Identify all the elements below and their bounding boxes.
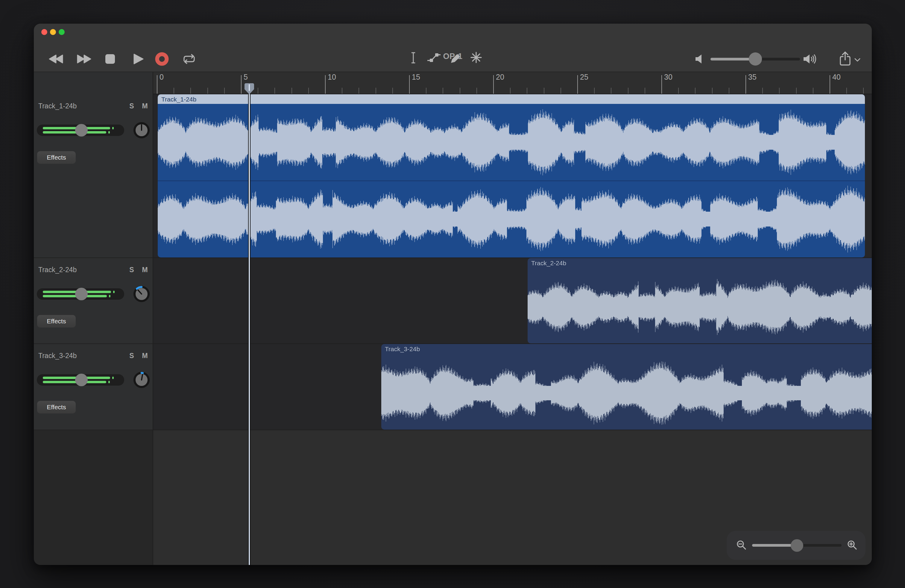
track-volume-slider[interactable]: [37, 124, 124, 136]
track-list-sidebar: Track_1-24b S M Effects Track_2-24b S M: [34, 72, 153, 565]
meter-peak-left: [112, 377, 114, 379]
master-volume-knob[interactable]: [749, 52, 762, 65]
zoom-slider-knob[interactable]: [791, 539, 803, 552]
share-chevron-down-icon[interactable]: [854, 58, 861, 62]
track-header-3[interactable]: Track_3-24b S M Effects: [34, 344, 152, 430]
ruler-minor-tick: [476, 88, 477, 94]
pan-knob[interactable]: [133, 372, 150, 388]
clip-header[interactable]: Track_1-24b: [158, 94, 865, 104]
ruler-minor-tick: [342, 88, 342, 94]
meter-bar-right: [43, 381, 106, 383]
ruler-minor-tick: [258, 88, 258, 94]
ruler-minor-tick: [359, 88, 359, 94]
track-volume-slider[interactable]: [37, 374, 124, 386]
effects-button[interactable]: Effects: [37, 151, 76, 164]
stereo-lane-separator: [158, 181, 865, 181]
waveform: [528, 258, 872, 343]
play-button[interactable]: [133, 54, 144, 64]
ruler-minor-tick: [308, 88, 309, 94]
mute-button[interactable]: M: [140, 266, 150, 274]
pencil-tool-button[interactable]: [449, 52, 461, 64]
track-header-2[interactable]: Track_2-24b S M Effects: [34, 258, 152, 344]
ruler-tick-label: 40: [832, 73, 841, 81]
minimize-window-button[interactable]: [50, 29, 56, 35]
ruler-minor-tick: [207, 88, 208, 94]
track-name-label: Track_1-24b: [38, 102, 76, 110]
ruler-minor-tick: [275, 88, 275, 94]
volume-max-icon[interactable]: [803, 54, 817, 64]
meter-peak-right: [109, 295, 110, 297]
ruler-major-tick: [325, 75, 325, 94]
ruler-tick-label: 35: [748, 73, 757, 81]
ruler-minor-tick: [762, 88, 763, 94]
track-volume-thumb[interactable]: [75, 373, 88, 386]
ruler-minor-tick: [292, 88, 292, 94]
ruler-minor-tick: [813, 88, 813, 94]
audio-clip-track1[interactable]: Track_1-24b: [158, 94, 865, 257]
text-cursor-tool-button[interactable]: [411, 52, 416, 64]
effects-button[interactable]: Effects: [37, 315, 76, 327]
audio-clip-track2[interactable]: Track_2-24b: [528, 258, 872, 343]
close-window-button[interactable]: [41, 29, 47, 35]
share-button[interactable]: [838, 51, 852, 67]
fast-forward-button[interactable]: [77, 54, 91, 64]
pan-knob[interactable]: [133, 286, 150, 302]
ruler-minor-tick: [426, 88, 427, 94]
ruler-minor-tick: [678, 88, 679, 94]
pan-knob[interactable]: [133, 122, 150, 138]
record-button[interactable]: [155, 52, 169, 66]
audio-clip-track3[interactable]: Track_3-24b: [381, 344, 872, 430]
ruler-minor-tick: [544, 88, 545, 94]
zoom-in-icon[interactable]: [847, 540, 857, 550]
ruler-minor-tick: [560, 88, 561, 94]
asterisk-tool-button[interactable]: [470, 52, 482, 63]
waveform: [158, 94, 865, 257]
mute-button[interactable]: M: [140, 102, 150, 110]
meter-bar-right: [43, 131, 106, 133]
ruler-major-tick: [661, 75, 662, 94]
clip-label: Track_2-24b: [531, 259, 566, 267]
ruler-tick-label: 5: [244, 73, 248, 81]
track-volume-thumb[interactable]: [75, 124, 88, 137]
solo-button[interactable]: S: [127, 102, 137, 110]
ruler-minor-tick: [224, 88, 225, 94]
track-volume-slider[interactable]: [37, 288, 124, 300]
zoom-out-icon[interactable]: [737, 540, 747, 550]
meter-peak-left: [112, 127, 114, 129]
waveform: [381, 344, 872, 430]
ruler-minor-tick: [173, 88, 174, 94]
playhead-marker[interactable]: [244, 83, 254, 95]
app-window: OP-1: [34, 24, 872, 565]
ruler-minor-tick: [443, 88, 443, 94]
track-name-label: Track_3-24b: [38, 352, 76, 360]
ruler-minor-tick: [846, 88, 847, 94]
ruler-minor-tick: [695, 88, 695, 94]
stop-button[interactable]: [105, 54, 115, 64]
effects-button[interactable]: Effects: [37, 401, 76, 413]
ruler-tick-label: 15: [412, 73, 420, 81]
loop-button[interactable]: [182, 54, 196, 64]
clip-label: Track_3-24b: [385, 345, 420, 353]
playhead-line[interactable]: [248, 85, 251, 565]
track-volume-thumb[interactable]: [75, 288, 88, 300]
ruler-major-tick: [157, 75, 157, 94]
mute-button[interactable]: M: [140, 352, 150, 360]
arrange-area[interactable]: Track_1-24b Track_2-24b Track_3-24b: [153, 94, 872, 565]
ruler-major-tick: [409, 75, 410, 94]
ruler-minor-tick: [779, 88, 780, 94]
automation-tool-button[interactable]: [427, 52, 441, 63]
rewind-button[interactable]: [49, 54, 63, 64]
solo-button[interactable]: S: [127, 266, 137, 274]
volume-min-icon[interactable]: [695, 54, 703, 64]
ruler-tick-label: 25: [580, 73, 588, 81]
ruler-minor-tick: [392, 88, 393, 94]
timeline-ruler[interactable]: 0510152025303540: [153, 72, 872, 94]
ruler-major-tick: [493, 75, 494, 94]
zoom-window-button[interactable]: [59, 29, 65, 35]
track-header-1[interactable]: Track_1-24b S M Effects: [34, 94, 152, 258]
toolbar: OP-1: [34, 24, 872, 72]
solo-button[interactable]: S: [127, 352, 137, 360]
meter-peak-right: [108, 381, 110, 383]
meter-peak-right: [108, 131, 110, 133]
track-name-label: Track_2-24b: [38, 266, 76, 274]
